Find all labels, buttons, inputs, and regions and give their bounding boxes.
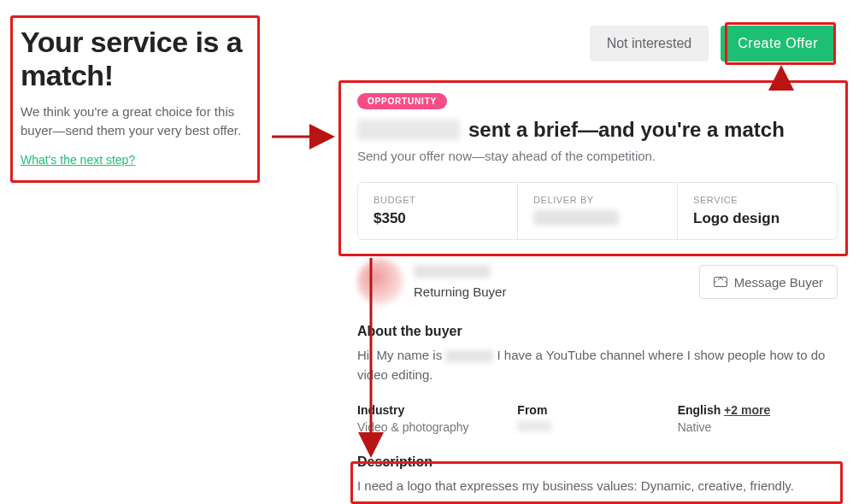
brief-stats: BUDGET $350 DELIVER BY SERVICE Logo desi… xyxy=(357,182,838,240)
message-buyer-button[interactable]: Message Buyer xyxy=(699,265,838,299)
about-title: About the buyer xyxy=(357,324,838,339)
next-step-link[interactable]: What's the next step? xyxy=(21,153,135,167)
meta-from-label: From xyxy=(517,403,677,417)
avatar xyxy=(357,259,403,305)
meta-industry-label: Industry xyxy=(357,403,517,417)
stat-service-value: Logo design xyxy=(693,210,821,227)
brief-panel: OPPORTUNITY sent a brief—and you're a ma… xyxy=(357,92,838,496)
action-row: Not interested Create Offer xyxy=(590,26,835,62)
stat-deliver: DELIVER BY xyxy=(518,183,678,239)
meta-from-value xyxy=(517,420,677,434)
message-buyer-label: Message Buyer xyxy=(734,275,823,290)
annotation-arrow-up xyxy=(773,67,790,89)
stat-service-label: SERVICE xyxy=(693,195,821,205)
brief-headline: sent a brief—and you're a match xyxy=(357,118,838,142)
from-value-redacted xyxy=(517,421,551,431)
description-text: I need a logo that expresses my business… xyxy=(357,477,838,496)
stat-deliver-label: DELIVER BY xyxy=(533,195,662,205)
stat-budget: BUDGET $350 xyxy=(358,183,518,239)
stat-budget-label: BUDGET xyxy=(374,195,502,205)
envelope-icon xyxy=(714,277,727,287)
intro-panel: Your service is a match! We think you're… xyxy=(21,22,260,183)
description-title: Description xyxy=(357,454,838,470)
create-offer-button[interactable]: Create Offer xyxy=(721,26,835,62)
annotation-arrow-right xyxy=(272,128,338,149)
stat-service: SERVICE Logo design xyxy=(678,183,837,239)
not-interested-button[interactable]: Not interested xyxy=(590,26,709,62)
meta-industry-value: Video & photography xyxy=(357,420,517,434)
meta-industry: Industry Video & photography xyxy=(357,403,517,434)
stat-budget-value: $350 xyxy=(374,210,502,227)
buyer-name-redacted xyxy=(357,120,460,140)
meta-from: From xyxy=(517,403,677,434)
meta-lang-label: English +2 more xyxy=(678,403,838,417)
buyer-row: Returning Buyer Message Buyer xyxy=(357,259,838,305)
meta-lang-value: Native xyxy=(678,420,838,434)
lang-more-link[interactable]: +2 more xyxy=(724,403,770,417)
brief-headline-text: sent a brief—and you're a match xyxy=(468,118,785,142)
returning-buyer-label: Returning Buyer xyxy=(414,284,506,299)
buyer-username-redacted xyxy=(414,265,491,278)
about-text: Hi, My name is I have a YouTube channel … xyxy=(357,346,838,384)
page-title: Your service is a match! xyxy=(21,26,251,92)
stat-deliver-value-redacted xyxy=(533,210,619,226)
brief-subtext: Send your offer now—stay ahead of the co… xyxy=(357,149,838,163)
opportunity-badge: OPPORTUNITY xyxy=(357,93,447,109)
meta-language: English +2 more Native xyxy=(678,403,838,434)
intro-subtext: We think you're a great choice for this … xyxy=(21,103,251,140)
lang-name: English xyxy=(678,403,721,417)
about-prefix: Hi, My name is xyxy=(357,348,442,362)
buyer-meta-row: Industry Video & photography From Englis… xyxy=(357,403,838,434)
about-name-redacted xyxy=(445,350,493,362)
